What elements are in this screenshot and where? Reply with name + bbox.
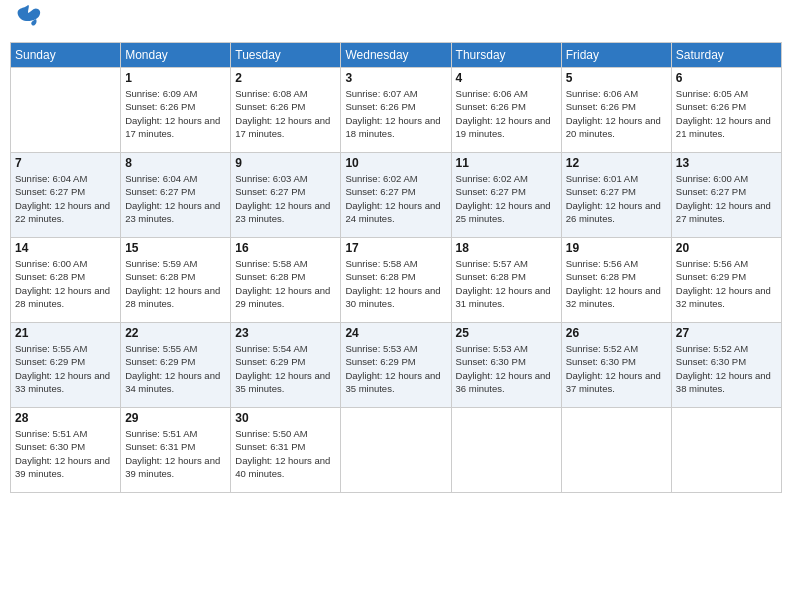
day-info: Sunrise: 6:09 AMSunset: 6:26 PMDaylight:… bbox=[125, 87, 226, 140]
cell-content: 26 Sunrise: 5:52 AMSunset: 6:30 PMDaylig… bbox=[566, 326, 667, 395]
cell-content: 12 Sunrise: 6:01 AMSunset: 6:27 PMDaylig… bbox=[566, 156, 667, 225]
day-info: Sunrise: 6:08 AMSunset: 6:26 PMDaylight:… bbox=[235, 87, 336, 140]
cell-content: 22 Sunrise: 5:55 AMSunset: 6:29 PMDaylig… bbox=[125, 326, 226, 395]
day-number: 25 bbox=[456, 326, 557, 340]
page-header bbox=[10, 10, 782, 34]
cell-content: 7 Sunrise: 6:04 AMSunset: 6:27 PMDayligh… bbox=[15, 156, 116, 225]
day-info: Sunrise: 5:59 AMSunset: 6:28 PMDaylight:… bbox=[125, 257, 226, 310]
cell-content: 30 Sunrise: 5:50 AMSunset: 6:31 PMDaylig… bbox=[235, 411, 336, 480]
cell-content: 17 Sunrise: 5:58 AMSunset: 6:28 PMDaylig… bbox=[345, 241, 446, 310]
calendar-cell: 13 Sunrise: 6:00 AMSunset: 6:27 PMDaylig… bbox=[671, 153, 781, 238]
day-info: Sunrise: 6:02 AMSunset: 6:27 PMDaylight:… bbox=[456, 172, 557, 225]
calendar-cell: 30 Sunrise: 5:50 AMSunset: 6:31 PMDaylig… bbox=[231, 408, 341, 493]
day-number: 23 bbox=[235, 326, 336, 340]
cell-content: 29 Sunrise: 5:51 AMSunset: 6:31 PMDaylig… bbox=[125, 411, 226, 480]
day-info: Sunrise: 6:06 AMSunset: 6:26 PMDaylight:… bbox=[456, 87, 557, 140]
day-info: Sunrise: 5:54 AMSunset: 6:29 PMDaylight:… bbox=[235, 342, 336, 395]
cell-content: 4 Sunrise: 6:06 AMSunset: 6:26 PMDayligh… bbox=[456, 71, 557, 140]
day-info: Sunrise: 5:53 AMSunset: 6:29 PMDaylight:… bbox=[345, 342, 446, 395]
day-info: Sunrise: 5:55 AMSunset: 6:29 PMDaylight:… bbox=[125, 342, 226, 395]
calendar-cell: 17 Sunrise: 5:58 AMSunset: 6:28 PMDaylig… bbox=[341, 238, 451, 323]
day-of-week-header: Saturday bbox=[671, 43, 781, 68]
calendar-cell: 1 Sunrise: 6:09 AMSunset: 6:26 PMDayligh… bbox=[121, 68, 231, 153]
day-number: 10 bbox=[345, 156, 446, 170]
cell-content: 20 Sunrise: 5:56 AMSunset: 6:29 PMDaylig… bbox=[676, 241, 777, 310]
day-of-week-header: Tuesday bbox=[231, 43, 341, 68]
cell-content: 16 Sunrise: 5:58 AMSunset: 6:28 PMDaylig… bbox=[235, 241, 336, 310]
calendar-cell: 21 Sunrise: 5:55 AMSunset: 6:29 PMDaylig… bbox=[11, 323, 121, 408]
day-info: Sunrise: 5:57 AMSunset: 6:28 PMDaylight:… bbox=[456, 257, 557, 310]
calendar-cell bbox=[341, 408, 451, 493]
cell-content: 2 Sunrise: 6:08 AMSunset: 6:26 PMDayligh… bbox=[235, 71, 336, 140]
day-number: 9 bbox=[235, 156, 336, 170]
cell-content: 13 Sunrise: 6:00 AMSunset: 6:27 PMDaylig… bbox=[676, 156, 777, 225]
day-info: Sunrise: 6:07 AMSunset: 6:26 PMDaylight:… bbox=[345, 87, 446, 140]
day-number: 7 bbox=[15, 156, 116, 170]
cell-content: 15 Sunrise: 5:59 AMSunset: 6:28 PMDaylig… bbox=[125, 241, 226, 310]
calendar-cell: 28 Sunrise: 5:51 AMSunset: 6:30 PMDaylig… bbox=[11, 408, 121, 493]
day-number: 8 bbox=[125, 156, 226, 170]
cell-content: 9 Sunrise: 6:03 AMSunset: 6:27 PMDayligh… bbox=[235, 156, 336, 225]
day-number: 13 bbox=[676, 156, 777, 170]
day-number: 17 bbox=[345, 241, 446, 255]
day-number: 26 bbox=[566, 326, 667, 340]
calendar-cell: 11 Sunrise: 6:02 AMSunset: 6:27 PMDaylig… bbox=[451, 153, 561, 238]
day-number: 19 bbox=[566, 241, 667, 255]
calendar-table: SundayMondayTuesdayWednesdayThursdayFrid… bbox=[10, 42, 782, 493]
cell-content: 8 Sunrise: 6:04 AMSunset: 6:27 PMDayligh… bbox=[125, 156, 226, 225]
cell-content: 25 Sunrise: 5:53 AMSunset: 6:30 PMDaylig… bbox=[456, 326, 557, 395]
day-info: Sunrise: 6:02 AMSunset: 6:27 PMDaylight:… bbox=[345, 172, 446, 225]
calendar-cell: 14 Sunrise: 6:00 AMSunset: 6:28 PMDaylig… bbox=[11, 238, 121, 323]
calendar-cell bbox=[561, 408, 671, 493]
day-number: 18 bbox=[456, 241, 557, 255]
day-info: Sunrise: 5:58 AMSunset: 6:28 PMDaylight:… bbox=[235, 257, 336, 310]
calendar-cell: 5 Sunrise: 6:06 AMSunset: 6:26 PMDayligh… bbox=[561, 68, 671, 153]
day-of-week-header: Monday bbox=[121, 43, 231, 68]
day-info: Sunrise: 5:51 AMSunset: 6:30 PMDaylight:… bbox=[15, 427, 116, 480]
calendar-week-row: 1 Sunrise: 6:09 AMSunset: 6:26 PMDayligh… bbox=[11, 68, 782, 153]
day-info: Sunrise: 6:01 AMSunset: 6:27 PMDaylight:… bbox=[566, 172, 667, 225]
day-number: 2 bbox=[235, 71, 336, 85]
calendar-week-row: 14 Sunrise: 6:00 AMSunset: 6:28 PMDaylig… bbox=[11, 238, 782, 323]
day-info: Sunrise: 5:51 AMSunset: 6:31 PMDaylight:… bbox=[125, 427, 226, 480]
logo bbox=[10, 10, 42, 34]
cell-content: 24 Sunrise: 5:53 AMSunset: 6:29 PMDaylig… bbox=[345, 326, 446, 395]
day-number: 24 bbox=[345, 326, 446, 340]
calendar-header-row: SundayMondayTuesdayWednesdayThursdayFrid… bbox=[11, 43, 782, 68]
calendar-cell bbox=[11, 68, 121, 153]
day-number: 28 bbox=[15, 411, 116, 425]
calendar-cell: 29 Sunrise: 5:51 AMSunset: 6:31 PMDaylig… bbox=[121, 408, 231, 493]
calendar-week-row: 21 Sunrise: 5:55 AMSunset: 6:29 PMDaylig… bbox=[11, 323, 782, 408]
day-number: 21 bbox=[15, 326, 116, 340]
day-info: Sunrise: 6:04 AMSunset: 6:27 PMDaylight:… bbox=[125, 172, 226, 225]
day-info: Sunrise: 5:53 AMSunset: 6:30 PMDaylight:… bbox=[456, 342, 557, 395]
day-info: Sunrise: 5:52 AMSunset: 6:30 PMDaylight:… bbox=[676, 342, 777, 395]
day-info: Sunrise: 6:00 AMSunset: 6:27 PMDaylight:… bbox=[676, 172, 777, 225]
cell-content: 23 Sunrise: 5:54 AMSunset: 6:29 PMDaylig… bbox=[235, 326, 336, 395]
bird-icon bbox=[14, 1, 42, 29]
day-number: 27 bbox=[676, 326, 777, 340]
day-of-week-header: Wednesday bbox=[341, 43, 451, 68]
calendar-cell: 20 Sunrise: 5:56 AMSunset: 6:29 PMDaylig… bbox=[671, 238, 781, 323]
cell-content: 18 Sunrise: 5:57 AMSunset: 6:28 PMDaylig… bbox=[456, 241, 557, 310]
calendar-cell: 12 Sunrise: 6:01 AMSunset: 6:27 PMDaylig… bbox=[561, 153, 671, 238]
day-info: Sunrise: 6:06 AMSunset: 6:26 PMDaylight:… bbox=[566, 87, 667, 140]
calendar-cell: 19 Sunrise: 5:56 AMSunset: 6:28 PMDaylig… bbox=[561, 238, 671, 323]
day-number: 1 bbox=[125, 71, 226, 85]
day-info: Sunrise: 6:05 AMSunset: 6:26 PMDaylight:… bbox=[676, 87, 777, 140]
calendar-cell: 8 Sunrise: 6:04 AMSunset: 6:27 PMDayligh… bbox=[121, 153, 231, 238]
day-of-week-header: Sunday bbox=[11, 43, 121, 68]
day-of-week-header: Friday bbox=[561, 43, 671, 68]
day-number: 14 bbox=[15, 241, 116, 255]
day-info: Sunrise: 5:58 AMSunset: 6:28 PMDaylight:… bbox=[345, 257, 446, 310]
day-number: 16 bbox=[235, 241, 336, 255]
day-number: 5 bbox=[566, 71, 667, 85]
day-number: 22 bbox=[125, 326, 226, 340]
cell-content: 11 Sunrise: 6:02 AMSunset: 6:27 PMDaylig… bbox=[456, 156, 557, 225]
day-info: Sunrise: 6:04 AMSunset: 6:27 PMDaylight:… bbox=[15, 172, 116, 225]
calendar-cell: 25 Sunrise: 5:53 AMSunset: 6:30 PMDaylig… bbox=[451, 323, 561, 408]
day-number: 4 bbox=[456, 71, 557, 85]
cell-content: 6 Sunrise: 6:05 AMSunset: 6:26 PMDayligh… bbox=[676, 71, 777, 140]
cell-content: 27 Sunrise: 5:52 AMSunset: 6:30 PMDaylig… bbox=[676, 326, 777, 395]
day-number: 29 bbox=[125, 411, 226, 425]
